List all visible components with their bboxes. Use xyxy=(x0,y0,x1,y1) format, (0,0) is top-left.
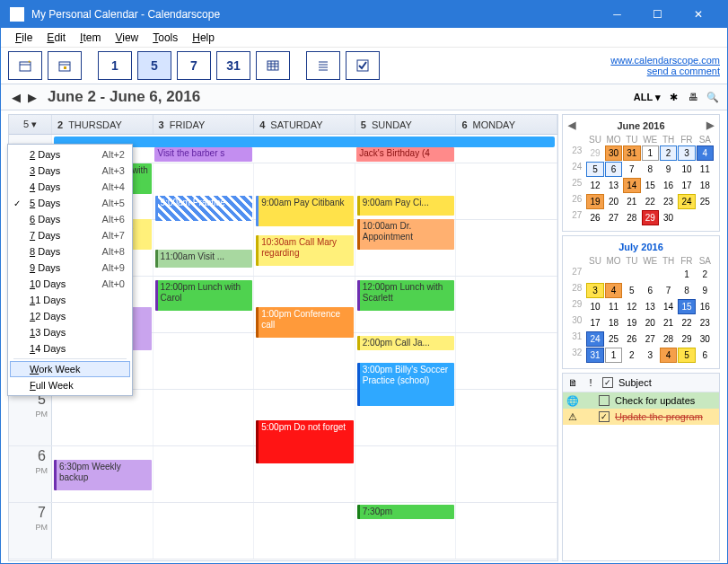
search-icon[interactable]: 🔍 xyxy=(706,90,720,104)
minical-day[interactable]: 1 xyxy=(678,267,695,282)
day-view-31-button[interactable]: 31 xyxy=(216,51,250,80)
menu-item-10-days[interactable]: 10 DaysAlt+0 xyxy=(10,276,130,292)
minical-prev[interactable]: ◀ xyxy=(568,119,575,131)
minical-day[interactable]: 13 xyxy=(605,178,622,193)
minical-day[interactable]: 15 xyxy=(678,299,695,314)
minical-day[interactable]: 29 xyxy=(586,145,603,161)
minical-day[interactable] xyxy=(642,267,659,282)
menu-item-8-days[interactable]: 8 DaysAlt+8 xyxy=(10,243,130,260)
minical-day[interactable]: 11 xyxy=(605,299,622,314)
allday-event[interactable]: Visit the barber s xyxy=(154,147,251,162)
calendar-event[interactable]: 7:30pm xyxy=(357,505,455,519)
minical-day[interactable]: 4 xyxy=(660,348,677,363)
minical-day[interactable]: 1 xyxy=(642,145,659,161)
menu-tools[interactable]: Tools xyxy=(145,30,185,46)
minical-day[interactable]: 7 xyxy=(660,283,677,298)
menu-item-work-week[interactable]: Work Week xyxy=(10,361,130,377)
print-icon[interactable]: 🖶 xyxy=(686,90,700,104)
day-header[interactable]: 3FRIDAY xyxy=(153,115,255,134)
minical-day[interactable]: 12 xyxy=(586,178,603,193)
today-button[interactable] xyxy=(48,51,82,80)
task-row[interactable]: 🌐Check for updates xyxy=(563,392,719,409)
calendar-event[interactable]: 3:00pm Billy's Soccer Practice (school) xyxy=(357,363,455,406)
menu-item-14-days[interactable]: 14 Days xyxy=(10,340,130,357)
minical-day[interactable]: 25 xyxy=(697,194,714,209)
calendar-event[interactable]: 9:00am Pay Citibank xyxy=(256,196,354,226)
menu-edit[interactable]: Edit xyxy=(39,30,73,46)
maximize-button[interactable]: ☐ xyxy=(637,1,678,28)
minical-day[interactable]: 2 xyxy=(623,348,640,363)
minical-day[interactable]: 20 xyxy=(605,194,622,209)
calendar-event[interactable]: 11:00am Visit ... xyxy=(155,250,253,268)
minical-day[interactable] xyxy=(660,267,677,282)
calendar-event[interactable]: 12:00pm Lunch with Carol xyxy=(155,280,253,311)
minical-day[interactable]: 4 xyxy=(697,145,714,161)
calendar-event[interactable]: 10:00am Dr. Appointment xyxy=(357,219,455,250)
all-filter-button[interactable]: ALL ▾ xyxy=(634,92,661,103)
close-button[interactable]: ✕ xyxy=(678,1,718,28)
minical-day[interactable]: 29 xyxy=(678,331,695,347)
minical-day[interactable]: 27 xyxy=(642,331,659,347)
minical-day[interactable]: 17 xyxy=(678,178,695,193)
day-view-7-button[interactable]: 7 xyxy=(177,51,211,80)
calendar-event[interactable]: 10:30am Call Mary regarding xyxy=(256,235,354,266)
next-button[interactable]: ▶ xyxy=(24,88,40,106)
menu-item-11-days[interactable]: 11 Days xyxy=(10,292,130,308)
menu-view[interactable]: View xyxy=(108,30,145,46)
minical-day[interactable]: 10 xyxy=(586,299,603,314)
calendar-event[interactable]: 6:30pm Weekly backup xyxy=(54,460,152,490)
day-header[interactable]: 5SUNDAY xyxy=(355,115,457,134)
minical-day[interactable]: 21 xyxy=(660,315,677,330)
minical-day[interactable]: 31 xyxy=(623,145,640,161)
minical-day[interactable]: 13 xyxy=(642,299,659,314)
minical-day[interactable]: 10 xyxy=(678,162,695,177)
day-header[interactable]: 6MONDAY xyxy=(456,115,557,134)
minical-day[interactable]: 16 xyxy=(697,299,714,314)
menu-item-12-days[interactable]: 12 Days xyxy=(10,308,130,324)
day-view-5-button[interactable]: 5 xyxy=(137,51,171,80)
minical-day[interactable]: 24 xyxy=(586,331,603,347)
minical-day[interactable]: 3 xyxy=(586,283,603,298)
calendar-event[interactable]: 9:00am Pay Ci... xyxy=(357,196,455,216)
minical-day[interactable]: 9 xyxy=(697,283,714,298)
menu-file[interactable]: File xyxy=(8,30,39,46)
minical-day[interactable] xyxy=(697,210,714,225)
prev-button[interactable]: ◀ xyxy=(8,88,24,106)
calendar-event[interactable]: 5:00pm Do not forget xyxy=(256,420,354,463)
minical-day[interactable]: 23 xyxy=(660,194,677,209)
menu-item-6-days[interactable]: 6 DaysAlt+6 xyxy=(10,211,130,227)
minical-day[interactable]: 12 xyxy=(623,299,640,314)
menu-item-13-days[interactable]: 13 Days xyxy=(10,324,130,340)
minical-day[interactable]: 30 xyxy=(697,331,714,347)
calendar-event[interactable]: 12:00pm Lunch with Scarlett xyxy=(357,280,455,311)
minical-day[interactable]: 24 xyxy=(678,194,695,209)
menu-item-2-days[interactable]: 2 DaysAlt+2 xyxy=(10,146,130,163)
minical-day[interactable]: 22 xyxy=(678,315,695,330)
minical-day[interactable]: 31 xyxy=(586,348,603,363)
menu-item[interactable]: Item xyxy=(73,30,108,46)
minical-day[interactable]: 26 xyxy=(586,210,603,225)
minical-day[interactable]: 22 xyxy=(642,194,659,209)
minical-day[interactable]: 5 xyxy=(678,348,695,363)
minical-day[interactable]: 2 xyxy=(660,145,677,161)
minical-day[interactable]: 8 xyxy=(642,162,659,177)
minical-day[interactable]: 28 xyxy=(623,210,640,225)
comment-link[interactable]: send a comment xyxy=(610,66,720,76)
minical-day[interactable] xyxy=(678,210,695,225)
menu-item-4-days[interactable]: 4 DaysAlt+4 xyxy=(10,179,130,195)
menu-item-full-week[interactable]: Full Week xyxy=(10,377,130,393)
minical-next[interactable]: ▶ xyxy=(706,119,714,131)
tasks-view-button[interactable] xyxy=(346,51,380,80)
minical-day[interactable] xyxy=(623,267,640,282)
minical-day[interactable] xyxy=(586,267,603,282)
minical-day[interactable]: 2 xyxy=(697,267,714,282)
minical-day[interactable]: 8 xyxy=(678,283,695,298)
day-view-1-button[interactable]: 1 xyxy=(98,51,132,80)
minical-day[interactable]: 21 xyxy=(623,194,640,209)
minical-day[interactable]: 9 xyxy=(660,162,677,177)
minical-day[interactable]: 11 xyxy=(697,162,714,177)
task-checkbox[interactable] xyxy=(599,395,610,406)
minical-day[interactable]: 3 xyxy=(642,348,659,363)
menu-item-9-days[interactable]: 9 DaysAlt+9 xyxy=(10,260,130,276)
list-view-button[interactable] xyxy=(306,51,340,80)
